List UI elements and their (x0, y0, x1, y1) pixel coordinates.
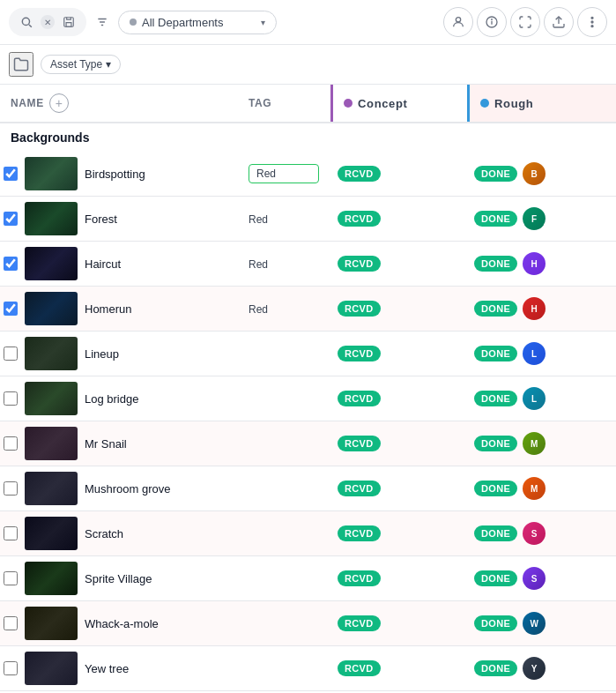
tag-cell: Red (238, 207, 330, 231)
rcvd-badge[interactable]: RCVD (338, 256, 381, 272)
tag-input[interactable] (249, 164, 319, 183)
row-checkbox[interactable] (4, 661, 18, 675)
name-cell: Birdspotting (0, 152, 238, 196)
row-checkbox[interactable] (4, 571, 18, 585)
table-row: Sprite Village RCVD DONE S (0, 556, 616, 601)
row-checkbox[interactable] (4, 436, 18, 451)
name-cell: Haircut (0, 242, 238, 286)
add-column-btn[interactable]: + (49, 93, 69, 113)
concept-status-cell: RCVD (330, 205, 467, 232)
person-icon-btn[interactable] (443, 7, 473, 37)
done-badge[interactable]: DONE (474, 436, 517, 451)
rcvd-badge[interactable]: RCVD (338, 615, 381, 631)
concept-status-cell: RCVD (330, 610, 467, 637)
svg-point-0 (22, 18, 29, 25)
concept-status-cell: RCVD (330, 160, 467, 187)
done-badge[interactable]: DONE (474, 346, 517, 361)
rcvd-badge[interactable]: RCVD (338, 346, 381, 361)
asset-thumbnail (25, 337, 78, 370)
done-badge[interactable]: DONE (474, 570, 517, 586)
asset-type-btn[interactable]: Asset Type ▾ (41, 55, 121, 74)
row-checkbox[interactable] (4, 346, 18, 361)
tag-text: Red (249, 213, 268, 226)
done-badge[interactable]: DONE (474, 166, 517, 182)
done-badge[interactable]: DONE (474, 615, 517, 631)
filter-icon-btn[interactable] (92, 11, 113, 33)
upload-icon-btn[interactable] (544, 7, 574, 37)
rough-status-cell: DONE B (467, 157, 616, 190)
done-badge[interactable]: DONE (474, 525, 517, 541)
info-icon-btn[interactable] (477, 7, 507, 37)
concept-dot (344, 99, 353, 108)
table-row: Mushroom grove RCVD DONE M (0, 466, 616, 511)
done-badge[interactable]: DONE (474, 256, 517, 272)
rough-column-header: Rough (467, 85, 616, 122)
rcvd-badge[interactable]: RCVD (338, 436, 381, 451)
concept-status-cell: RCVD (330, 565, 467, 592)
save-search-icon[interactable] (58, 11, 79, 33)
search-icon-btn[interactable] (16, 11, 37, 33)
svg-point-13 (591, 26, 593, 27)
name-cell: Mr Snail (0, 421, 238, 466)
table-header: NAME + TAG Concept Rough (0, 85, 616, 123)
row-checkbox[interactable] (4, 526, 18, 540)
done-badge[interactable]: DONE (474, 391, 517, 406)
asset-thumbnail (25, 517, 78, 550)
more-icon-btn[interactable] (577, 7, 607, 37)
folder-icon-btn[interactable] (9, 52, 33, 77)
row-checkbox[interactable] (4, 212, 18, 226)
dept-dot (130, 19, 137, 26)
department-selector[interactable]: All Departments ▾ (118, 11, 277, 34)
row-checkbox[interactable] (4, 391, 18, 406)
tag-cell (238, 573, 330, 584)
rough-status-cell: DONE Y (467, 652, 616, 685)
rough-status-cell: DONE H (467, 247, 616, 280)
rcvd-badge[interactable]: RCVD (338, 301, 381, 317)
done-badge[interactable]: DONE (474, 481, 517, 496)
tag-cell: Red (238, 252, 330, 276)
tag-cell (238, 618, 330, 629)
rough-dot (480, 99, 489, 108)
rcvd-badge[interactable]: RCVD (338, 211, 381, 227)
concept-status-cell: RCVD (330, 295, 467, 322)
row-checkbox[interactable] (4, 257, 18, 271)
asset-name: Homerun (85, 302, 131, 316)
tag-cell (238, 528, 330, 539)
concept-status-cell: RCVD (330, 520, 467, 547)
asset-name: Log bridge (85, 392, 138, 406)
asset-thumbnail (25, 202, 78, 235)
avatar: L (523, 387, 545, 410)
svg-line-1 (29, 25, 32, 27)
rcvd-badge[interactable]: RCVD (338, 166, 381, 182)
concept-status-cell: RCVD (330, 340, 467, 367)
rough-status-cell: DONE L (467, 382, 616, 415)
close-search-btn[interactable]: ✕ (41, 15, 55, 29)
done-badge[interactable]: DONE (474, 301, 517, 317)
done-badge[interactable]: DONE (474, 660, 517, 676)
svg-point-11 (591, 17, 593, 19)
rcvd-badge[interactable]: RCVD (338, 660, 381, 676)
expand-icon-btn[interactable] (510, 7, 540, 37)
concept-status-cell: RCVD (330, 250, 467, 277)
name-column-header: NAME + (0, 85, 238, 122)
rcvd-badge[interactable]: RCVD (338, 570, 381, 586)
rcvd-badge[interactable]: RCVD (338, 391, 381, 406)
asset-thumbnail (25, 472, 78, 505)
table-body: Birdspotting RCVD DONE B Forest Red RCVD… (0, 152, 616, 691)
row-checkbox[interactable] (4, 481, 18, 496)
row-checkbox[interactable] (4, 167, 18, 181)
svg-point-9 (492, 19, 493, 20)
row-checkbox[interactable] (4, 616, 18, 630)
svg-point-12 (591, 21, 593, 23)
dept-label: All Departments (142, 16, 256, 29)
rcvd-badge[interactable]: RCVD (338, 525, 381, 541)
asset-thumbnail (25, 427, 78, 460)
rough-status-cell: DONE M (467, 427, 616, 460)
asset-name: Mushroom grove (85, 482, 171, 496)
rcvd-badge[interactable]: RCVD (338, 481, 381, 496)
avatar: M (523, 432, 545, 455)
row-checkbox[interactable] (4, 302, 18, 316)
done-badge[interactable]: DONE (474, 211, 517, 227)
name-cell: Yew tree (0, 646, 238, 690)
asset-name: Mr Snail (85, 437, 127, 451)
